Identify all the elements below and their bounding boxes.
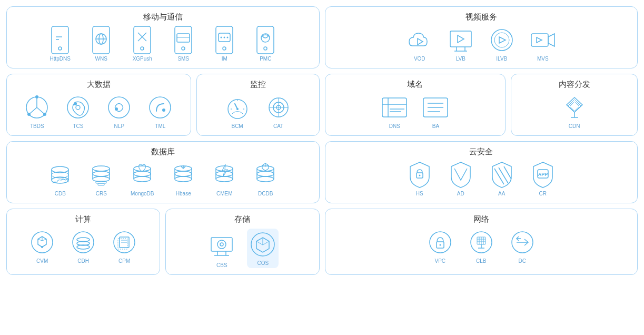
- list-item[interactable]: MongoDB: [126, 161, 158, 196]
- label-ilvb: ILVB: [496, 56, 507, 62]
- label-bcm: BCM: [231, 123, 243, 129]
- list-item[interactable]: DC: [507, 229, 538, 264]
- svg-marker-35: [548, 34, 554, 46]
- panel-network: 网络 VPC: [325, 209, 638, 275]
- icon-httpdns: [46, 26, 74, 54]
- icon-cmem: [211, 161, 238, 189]
- list-item[interactable]: COS: [247, 229, 279, 268]
- svg-point-38: [35, 95, 38, 98]
- label-httpdns: HttpDNS: [50, 56, 71, 62]
- list-item[interactable]: CDB: [44, 161, 76, 196]
- row4-left: 计算 CVM: [6, 209, 320, 275]
- list-item[interactable]: CDN: [559, 94, 590, 129]
- icon-ilvb: [488, 26, 516, 54]
- list-item[interactable]: TCS: [62, 94, 94, 129]
- svg-rect-13: [177, 34, 190, 42]
- list-item[interactable]: CVM: [26, 229, 58, 264]
- list-item[interactable]: PMC: [250, 26, 281, 62]
- icon-ba: [422, 94, 449, 121]
- icons-database: CDB CRS: [14, 161, 312, 196]
- label-dns: DNS: [389, 123, 400, 129]
- list-item[interactable]: AA: [486, 161, 518, 196]
- svg-point-24: [264, 47, 267, 50]
- svg-rect-59: [382, 98, 407, 117]
- label-vod: VOD: [414, 56, 425, 62]
- svg-point-119: [32, 232, 53, 253]
- svg-marker-36: [537, 37, 542, 43]
- svg-line-114: [494, 169, 504, 184]
- icon-cdh: [70, 229, 97, 256]
- svg-line-115: [499, 168, 508, 183]
- panel-compute: 计算 CVM: [6, 209, 160, 275]
- list-item[interactable]: AD: [445, 161, 477, 196]
- list-item[interactable]: BA: [420, 94, 451, 129]
- list-item[interactable]: CBS: [206, 233, 237, 268]
- label-nlp: NLP: [114, 123, 124, 129]
- label-cdn: CDN: [569, 123, 580, 129]
- icon-cdb: [46, 161, 74, 189]
- list-item[interactable]: VPC: [424, 229, 456, 264]
- icons-monitor: BCM CAT: [204, 94, 312, 129]
- list-item[interactable]: CAT: [263, 94, 294, 129]
- svg-point-42: [76, 105, 80, 110]
- list-item[interactable]: DNS: [379, 94, 410, 129]
- icon-nlp: [105, 94, 133, 121]
- list-item[interactable]: LVB: [445, 26, 477, 62]
- panel-title-domain: 域名: [333, 80, 498, 90]
- list-item[interactable]: APP CR: [527, 161, 559, 196]
- list-item[interactable]: NLP: [103, 94, 135, 129]
- svg-point-124: [41, 246, 43, 248]
- list-item[interactable]: CMEM: [209, 161, 240, 196]
- icons-cdn: CDN: [519, 94, 630, 129]
- list-item[interactable]: DCDB: [250, 161, 281, 196]
- icon-im: [211, 26, 238, 54]
- svg-point-145: [430, 232, 451, 253]
- svg-point-44: [108, 97, 130, 118]
- panel-title-storage: 存储: [173, 214, 311, 224]
- list-item[interactable]: IM: [209, 26, 240, 62]
- svg-point-93: [175, 176, 192, 182]
- list-item[interactable]: VOD: [404, 26, 435, 62]
- list-item[interactable]: XGPush: [126, 26, 158, 62]
- list-item[interactable]: BCM: [222, 94, 253, 129]
- list-item[interactable]: Hbase: [167, 161, 199, 196]
- svg-point-43: [74, 102, 77, 105]
- list-item[interactable]: CPM: [108, 229, 140, 264]
- list-item[interactable]: WNS: [85, 26, 117, 62]
- label-clb: CLB: [476, 258, 486, 264]
- icons-compute: CVM CDH: [14, 229, 152, 264]
- label-sms: SMS: [177, 56, 189, 62]
- list-item[interactable]: CLB: [465, 229, 497, 264]
- list-item[interactable]: TBDS: [21, 94, 53, 129]
- list-item[interactable]: ILVB: [486, 26, 518, 62]
- list-item[interactable]: HttpDNS: [44, 26, 76, 62]
- list-item[interactable]: CDH: [67, 229, 99, 264]
- icon-cvm: [28, 229, 56, 256]
- svg-point-15: [182, 47, 185, 50]
- panel-database: 数据库 CDB: [6, 141, 320, 203]
- list-item[interactable]: MVS: [527, 26, 559, 62]
- svg-point-50: [236, 108, 239, 110]
- svg-point-45: [115, 107, 118, 111]
- svg-point-101: [216, 176, 233, 182]
- svg-point-39: [43, 113, 46, 116]
- panel-title-video: 视频服务: [333, 12, 630, 22]
- icon-sms: [170, 26, 197, 54]
- panel-mobile-comm: 移动与通信 HttpDNS: [6, 6, 320, 68]
- label-cdb: CDB: [55, 191, 66, 196]
- icon-cbs: [208, 233, 235, 260]
- icon-cos: [249, 231, 276, 258]
- list-item[interactable]: HS: [404, 161, 435, 196]
- panel-monitor: 监控 BCM: [196, 74, 320, 136]
- svg-rect-4: [93, 26, 110, 54]
- icons-bigdata: TBDS TCS: [14, 94, 183, 129]
- label-hbase: Hbase: [176, 191, 191, 196]
- list-item[interactable]: TML: [144, 94, 176, 129]
- svg-point-113: [419, 175, 420, 176]
- list-item[interactable]: SMS: [167, 26, 199, 62]
- row2-left: 大数据 TBDS: [6, 74, 320, 136]
- label-tcs: TCS: [73, 123, 83, 129]
- list-item[interactable]: CRS: [85, 161, 117, 196]
- label-crs: CRS: [96, 191, 107, 196]
- icon-vod: [406, 26, 433, 54]
